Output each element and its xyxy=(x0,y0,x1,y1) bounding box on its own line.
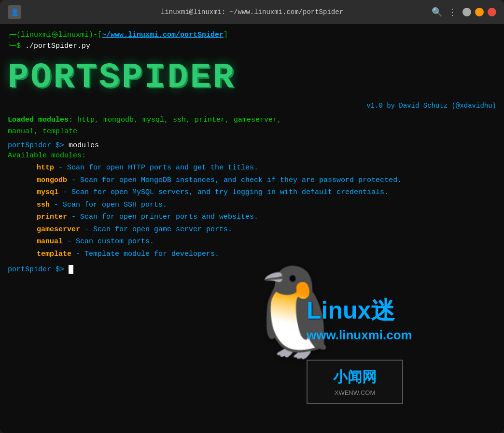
module-name-mysql: mysql xyxy=(37,188,58,196)
module-name-manual: manual xyxy=(37,237,63,246)
prompt-line-2: └─$ ./portSpider.py xyxy=(8,41,496,52)
prompt-line-1: ┌─(linuxmi㉿linuxmi)-[~/www.linuxmi.com/p… xyxy=(8,30,496,41)
module-name-mongodb: mongodb xyxy=(37,176,67,184)
prompt-dollar: └─$ xyxy=(8,42,21,50)
module-list: http - Scan for open HTTP ports and get … xyxy=(8,162,496,260)
module-desc-http: - Scan for open HTTP ports and get the t… xyxy=(54,164,258,172)
close-button[interactable] xyxy=(488,8,496,16)
tux-icon: 🐧 xyxy=(241,275,350,362)
modules-command: modules xyxy=(64,141,99,150)
module-desc-printer: - Scan for open printer ports and websit… xyxy=(67,213,258,221)
module-name-http: http xyxy=(37,164,54,172)
module-name-gameserver: gameserver xyxy=(37,225,80,234)
prompt-path: ~/www.linuxmi.com/portSpider xyxy=(102,31,224,39)
watermark-box-title: 小闻网 xyxy=(319,367,391,387)
user-icon: 👤 xyxy=(8,5,21,19)
module-template: template - Template module for developer… xyxy=(8,248,496,261)
watermark-box: 小闻网 XWENW.COM xyxy=(307,360,403,404)
terminal-window: 👤 linuxmi@linuxmi: ~/www.linuxmi.com/por… xyxy=(0,0,504,433)
module-name-template: template xyxy=(37,250,71,258)
module-manual: manual - Scan custom ports. xyxy=(8,236,496,248)
prompt-bracket-open: ┌─(linuxmi㉿linuxmi)-[ xyxy=(8,31,102,39)
watermark-box-subtitle: XWENW.COM xyxy=(319,389,391,396)
module-desc-mongodb: - Scan for open MongoDB instances, and c… xyxy=(67,176,402,184)
app-logo: PORTSPIDER xyxy=(8,56,236,100)
ps-prompt-label: portSpider $> xyxy=(8,141,64,150)
module-mysql: mysql - Scan for open MySQL servers, and… xyxy=(8,186,496,199)
titlebar: 👤 linuxmi@linuxmi: ~/www.linuxmi.com/por… xyxy=(0,0,504,24)
logo-container: PORTSPIDER v1.0 by David Schütz (@xdavid… xyxy=(8,56,496,110)
version-line: v1.0 by David Schütz (@xdavidhu) xyxy=(8,102,496,110)
run-command: ./portSpider.py xyxy=(21,42,90,50)
module-printer: printer - Scan for open printer ports an… xyxy=(8,211,496,223)
watermark-linuxmi: Linux迷 xyxy=(307,294,412,327)
module-desc-gameserver: - Scan for open game server ports. xyxy=(80,225,232,234)
search-icon[interactable]: 🔍 xyxy=(432,7,442,17)
available-modules-title: Available modules: xyxy=(8,152,496,160)
loaded-modules: Loaded modules: http, mongodb, mysql, ss… xyxy=(8,114,496,138)
loaded-modules-list-2: manual, template xyxy=(8,127,77,136)
module-mongodb: mongodb - Scan for open MongoDB instance… xyxy=(8,174,496,187)
titlebar-controls: 🔍 ⋮ xyxy=(432,7,496,17)
module-name-printer: printer xyxy=(37,213,67,221)
loaded-label: Loaded modules: xyxy=(8,116,73,124)
prompt-bracket-close: ] xyxy=(224,31,228,39)
module-name-ssh: ssh xyxy=(37,201,50,209)
module-desc-mysql: - Scan for open MySQL servers, and try l… xyxy=(58,188,389,196)
menu-icon[interactable]: ⋮ xyxy=(448,7,457,17)
module-ssh: ssh - Scan for open SSH ports. xyxy=(8,199,496,211)
module-gameserver: gameserver - Scan for open game server p… xyxy=(8,223,496,236)
cursor-prompt: portSpider $> xyxy=(8,265,64,274)
watermark-url: www.linuxmi.com xyxy=(307,328,412,343)
watermark-overlay: 🐧 Linux迷 www.linuxmi.com 小闻网 XWENW.COM xyxy=(232,275,492,433)
module-desc-manual: - Scan custom ports. xyxy=(63,237,154,246)
window-title: linuxmi@linuxmi: ~/www.linuxmi.com/portS… xyxy=(161,8,343,16)
window-buttons xyxy=(462,8,496,16)
watermark-text-group: Linux迷 www.linuxmi.com xyxy=(307,294,412,343)
terminal-cursor xyxy=(69,265,73,274)
minimize-button[interactable] xyxy=(462,8,471,16)
loaded-modules-list: http, mongodb, mysql, ssh, printer, game… xyxy=(73,116,281,124)
module-desc-ssh: - Scan for open SSH ports. xyxy=(50,201,167,209)
cursor-line: portSpider $> xyxy=(8,265,496,274)
module-desc-template: - Template module for developers. xyxy=(71,250,219,258)
modules-command-line: portSpider $> modules xyxy=(8,141,496,150)
module-http: http - Scan for open HTTP ports and get … xyxy=(8,162,496,174)
terminal-content: ┌─(linuxmi㉿linuxmi)-[~/www.linuxmi.com/p… xyxy=(0,24,504,279)
maximize-button[interactable] xyxy=(475,8,484,16)
titlebar-left: 👤 xyxy=(8,5,21,19)
